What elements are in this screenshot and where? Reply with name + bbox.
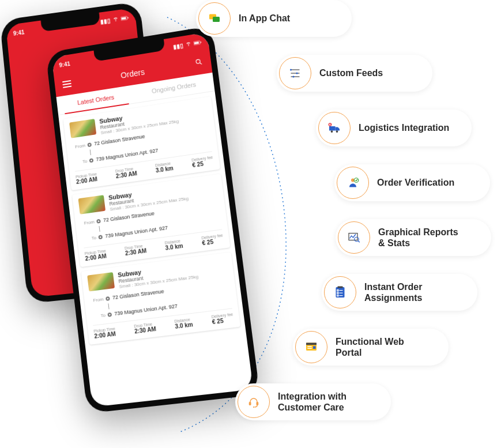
feature-label: Graphical Reports& Stats [378, 227, 458, 249]
svg-rect-1 [127, 17, 128, 18]
svg-point-18 [336, 130, 338, 133]
feature-label: In App Chat [239, 13, 290, 24]
menu-icon[interactable] [62, 80, 72, 88]
svg-rect-5 [194, 42, 199, 44]
signal-icon: ▮▮▯ [100, 17, 111, 25]
svg-point-17 [331, 130, 333, 133]
feature-pill[interactable]: Custom Feeds [277, 55, 432, 92]
route-end-icon [107, 312, 112, 317]
route-line-icon [99, 226, 100, 232]
to-label: To [92, 312, 108, 319]
battery-icon [120, 14, 129, 22]
headset-icon [238, 386, 270, 418]
page-title: Orders [120, 67, 145, 80]
feature-pill[interactable]: Functional WebPortal [293, 329, 449, 366]
feature-label: Instant OrderAssignments [364, 281, 422, 303]
svg-rect-39 [257, 402, 259, 405]
wifi-icon [112, 16, 119, 23]
svg-rect-38 [249, 402, 251, 405]
svg-point-6 [196, 59, 201, 64]
feature-label: Order Verification [377, 177, 454, 188]
from-label: From [81, 219, 97, 226]
route-line-icon [108, 303, 109, 309]
feature-pill[interactable]: In App Chat [196, 0, 352, 37]
feature-pill[interactable]: Integration withCustomer Care [235, 383, 391, 420]
order-thumb [78, 195, 106, 214]
route-line-icon [90, 149, 91, 155]
order-card[interactable]: Subway Restaurant Small : 30cm x 30cm x … [72, 174, 230, 267]
battery-icon [193, 39, 202, 47]
svg-point-13 [290, 69, 292, 71]
from-label: From [90, 296, 106, 303]
svg-rect-2 [121, 17, 126, 20]
to-label: To [74, 158, 90, 165]
status-time: 9:41 [59, 61, 70, 69]
search-icon[interactable] [194, 58, 204, 69]
feature-pill[interactable]: Instant OrderAssignments [322, 274, 477, 311]
svg-point-15 [293, 76, 295, 78]
feature-pill[interactable]: Logistics Integration [316, 110, 472, 146]
svg-rect-16 [329, 126, 336, 131]
route-start-icon [87, 142, 92, 147]
route-start-icon [106, 296, 110, 301]
signal-icon: ▮▮▯ [173, 42, 184, 50]
to-label: To [82, 235, 99, 242]
route-end-icon [89, 158, 94, 163]
checklist-icon [324, 276, 356, 308]
feature-label: Custom Feeds [319, 67, 383, 78]
route-start-icon [96, 219, 101, 223]
feature-pill[interactable]: Graphical Reports& Stats [336, 219, 491, 256]
svg-point-23 [355, 237, 359, 242]
feature-label: Integration withCustomer Care [278, 391, 346, 413]
order-card[interactable]: Subway Restaurant Small : 30cm x 30cm x … [81, 252, 240, 345]
svg-rect-26 [338, 287, 343, 288]
svg-line-24 [359, 241, 360, 242]
svg-point-14 [296, 73, 298, 74]
order-thumb [87, 272, 115, 291]
feature-label: Logistics Integration [359, 122, 449, 133]
svg-rect-35 [307, 347, 312, 348]
svg-rect-34 [306, 343, 317, 345]
from-label: From [72, 142, 88, 150]
truck-icon [318, 112, 351, 144]
svg-rect-22 [349, 234, 357, 240]
chat-icon [198, 2, 231, 35]
route-end-icon [98, 235, 103, 239]
feature-pill[interactable]: Order Verification [334, 164, 490, 201]
chart-icon [338, 221, 370, 254]
verify-icon [337, 167, 369, 199]
status-time: 9:41 [13, 29, 24, 36]
svg-point-40 [253, 406, 254, 408]
browser-icon [295, 331, 327, 363]
svg-rect-9 [213, 17, 220, 22]
svg-rect-36 [307, 348, 312, 349]
distance-value: 3.0 km [175, 321, 193, 330]
feature-label: Functional WebPortal [336, 336, 404, 358]
phone-mockups: 9:41 ▮▮▯ 9:41 ▮▮▯ [0, 0, 265, 448]
wifi-icon [185, 40, 191, 48]
svg-rect-4 [201, 42, 201, 43]
svg-line-7 [200, 63, 202, 65]
svg-rect-37 [313, 347, 316, 349]
feeds-icon [279, 57, 311, 89]
phone-foreground: 9:41 ▮▮▯ Orders La [46, 25, 260, 413]
order-thumb [69, 119, 96, 138]
